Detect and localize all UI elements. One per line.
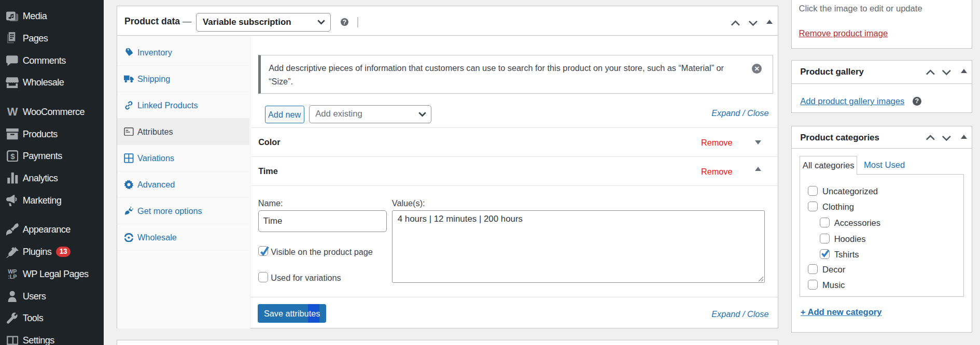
svg-text:$: $ [10, 152, 15, 161]
